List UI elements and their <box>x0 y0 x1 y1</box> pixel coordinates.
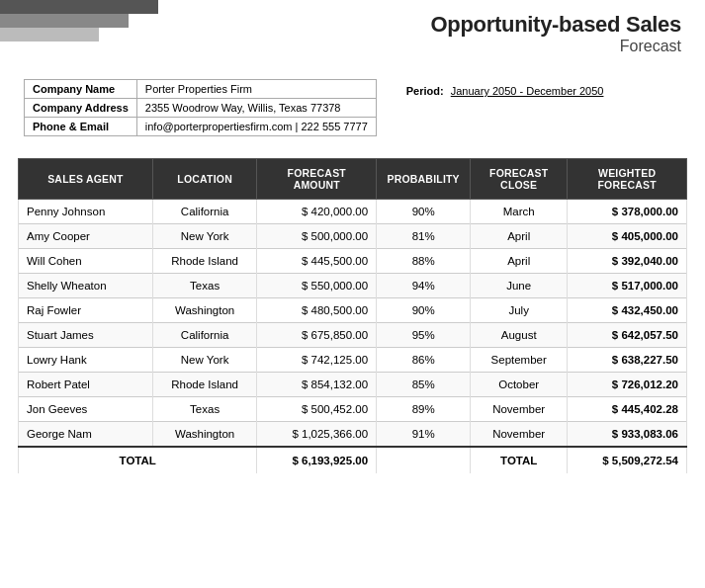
footer-empty-prob <box>377 447 471 473</box>
footer-total-label2: TOTAL <box>471 447 568 473</box>
table-row: George NamWashington$ 1,025,366.0091%Nov… <box>19 422 687 448</box>
cell-close: July <box>471 298 568 323</box>
cell-prob: 91% <box>377 422 471 448</box>
cell-amount: $ 1,025,366.00 <box>257 422 377 448</box>
cell-location: Rhode Island <box>152 373 257 397</box>
table-body: Penny JohnsonCalifornia$ 420,000.0090%Ma… <box>19 200 687 448</box>
bar-dark <box>0 0 158 14</box>
cell-location: Texas <box>152 274 257 298</box>
cell-location: Washington <box>152 298 257 323</box>
cell-prob: 90% <box>377 200 471 224</box>
company-field-value: 2355 Woodrow Way, Willis, Texas 77378 <box>136 99 376 118</box>
company-field-label: Company Address <box>25 99 137 118</box>
cell-amount: $ 675,850.00 <box>257 323 377 348</box>
table-section: SALES AGENT LOCATION FORECASTAMOUNT PROB… <box>18 158 687 473</box>
cell-close: March <box>471 200 568 224</box>
company-row: Phone & Emailinfo@porterpropertiesfirm.c… <box>25 118 377 136</box>
cell-location: New York <box>152 224 257 249</box>
cell-prob: 85% <box>377 373 471 397</box>
cell-location: California <box>152 200 257 224</box>
table-footer-row: TOTAL$ 6,193,925.00TOTAL$ 5,509,272.54 <box>19 447 687 473</box>
period-value: January 2050 - December 2050 <box>451 85 604 97</box>
bar-medium <box>0 14 129 28</box>
cell-prob: 95% <box>377 323 471 348</box>
table-row: Will CohenRhode Island$ 445,500.0088%Apr… <box>19 249 687 274</box>
cell-close: September <box>471 348 568 373</box>
cell-weighted: $ 432,450.00 <box>568 298 687 323</box>
col-header-prob: PROBABILITY <box>377 159 471 200</box>
col-header-weighted: WEIGHTEDFORECAST <box>568 159 687 200</box>
footer-total-label: TOTAL <box>19 447 257 473</box>
cell-amount: $ 550,000.00 <box>257 274 377 298</box>
footer-total-amount: $ 6,193,925.00 <box>257 447 377 473</box>
cell-location: Rhode Island <box>152 249 257 274</box>
cell-weighted: $ 392,040.00 <box>568 249 687 274</box>
cell-close: June <box>471 274 568 298</box>
cell-prob: 94% <box>377 274 471 298</box>
table-row: Robert PatelRhode Island$ 854,132.0085%O… <box>19 373 687 397</box>
footer-total-weighted: $ 5,509,272.54 <box>568 447 687 473</box>
cell-agent: Jon Geeves <box>19 397 153 422</box>
page: Opportunity-based Sales Forecast Company… <box>0 0 705 588</box>
cell-amount: $ 445,500.00 <box>257 249 377 274</box>
col-header-amount: FORECASTAMOUNT <box>257 159 377 200</box>
company-section: Company NamePorter Properties FirmCompan… <box>24 79 681 136</box>
period-section: Period: January 2050 - December 2050 <box>406 85 604 97</box>
cell-location: Texas <box>152 397 257 422</box>
table-row: Jon GeevesTexas$ 500,452.0089%November$ … <box>19 397 687 422</box>
col-header-agent: SALES AGENT <box>19 159 153 200</box>
cell-agent: Will Cohen <box>19 249 153 274</box>
company-row: Company Address2355 Woodrow Way, Willis,… <box>25 99 377 118</box>
cell-agent: Amy Cooper <box>19 224 153 249</box>
cell-close: November <box>471 397 568 422</box>
cell-agent: Penny Johnson <box>19 200 153 224</box>
company-field-label: Phone & Email <box>25 118 137 136</box>
table-row: Amy CooperNew York$ 500,000.0081%April$ … <box>19 224 687 249</box>
table-row: Penny JohnsonCalifornia$ 420,000.0090%Ma… <box>19 200 687 224</box>
table-row: Lowry HankNew York$ 742,125.0086%Septemb… <box>19 348 687 373</box>
cell-weighted: $ 726,012.20 <box>568 373 687 397</box>
table-row: Stuart JamesCalifornia$ 675,850.0095%Aug… <box>19 323 687 348</box>
cell-prob: 89% <box>377 397 471 422</box>
cell-weighted: $ 445,402.28 <box>568 397 687 422</box>
table-footer: TOTAL$ 6,193,925.00TOTAL$ 5,509,272.54 <box>19 447 687 473</box>
cell-amount: $ 500,452.00 <box>257 397 377 422</box>
cell-prob: 88% <box>377 249 471 274</box>
company-row: Company NamePorter Properties Firm <box>25 80 377 99</box>
col-header-location: LOCATION <box>152 159 257 200</box>
cell-location: Washington <box>152 422 257 448</box>
company-info-table: Company NamePorter Properties FirmCompan… <box>24 79 377 136</box>
cell-weighted: $ 638,227.50 <box>568 348 687 373</box>
bar-light <box>0 28 99 42</box>
cell-amount: $ 500,000.00 <box>257 224 377 249</box>
cell-close: November <box>471 422 568 448</box>
cell-agent: Lowry Hank <box>19 348 153 373</box>
cell-agent: Shelly Wheaton <box>19 274 153 298</box>
cell-amount: $ 420,000.00 <box>257 200 377 224</box>
company-field-value: Porter Properties Firm <box>136 80 376 99</box>
cell-prob: 90% <box>377 298 471 323</box>
cell-prob: 81% <box>377 224 471 249</box>
cell-prob: 86% <box>377 348 471 373</box>
cell-agent: Robert Patel <box>19 373 153 397</box>
table-row: Raj FowlerWashington$ 480,500.0090%July$… <box>19 298 687 323</box>
cell-close: April <box>471 249 568 274</box>
cell-weighted: $ 405,000.00 <box>568 224 687 249</box>
cell-amount: $ 742,125.00 <box>257 348 377 373</box>
period-label: Period: <box>406 85 444 97</box>
cell-location: New York <box>152 348 257 373</box>
cell-agent: Stuart James <box>19 323 153 348</box>
company-field-label: Company Name <box>25 80 137 99</box>
cell-close: October <box>471 373 568 397</box>
cell-weighted: $ 378,000.00 <box>568 200 687 224</box>
cell-agent: George Nam <box>19 422 153 448</box>
cell-close: April <box>471 224 568 249</box>
cell-location: California <box>152 323 257 348</box>
col-header-close: FORECASTCLOSE <box>471 159 568 200</box>
forecast-table: SALES AGENT LOCATION FORECASTAMOUNT PROB… <box>18 158 687 473</box>
header-bars <box>0 0 158 42</box>
cell-weighted: $ 517,000.00 <box>568 274 687 298</box>
cell-weighted: $ 933,083.06 <box>568 422 687 448</box>
company-field-value: info@porterpropertiesfirm.com | 222 555 … <box>136 118 376 136</box>
cell-amount: $ 480,500.00 <box>257 298 377 323</box>
